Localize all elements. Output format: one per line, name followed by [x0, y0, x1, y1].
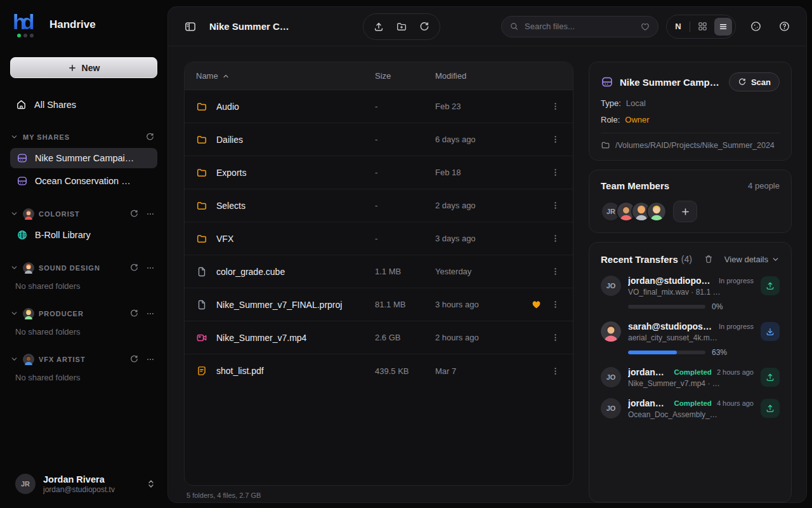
section-header-vfx-artist[interactable]: VFX ARTIST — [0, 351, 167, 368]
transfers-count: (4) — [681, 254, 692, 264]
member-avatar[interactable] — [646, 201, 667, 222]
transfer-item[interactable]: JO jordan@studiopost.tv In progress VO_f… — [601, 276, 780, 311]
section-menu-button[interactable] — [145, 262, 156, 274]
transfer-user: jordan@st… — [628, 367, 667, 377]
section-menu-button[interactable] — [145, 308, 156, 319]
transfer-file: Nike_Summer_v7.mp4 · … — [628, 379, 754, 388]
account-switcher[interactable]: JR Jordan Rivera jordan@studiopost.tv — [0, 464, 167, 508]
upload-transfer-button[interactable] — [761, 399, 780, 418]
row-menu-button[interactable] — [546, 298, 564, 311]
row-menu-button[interactable] — [546, 265, 564, 277]
theme-toggle-button[interactable] — [750, 20, 762, 32]
kebab-icon — [551, 135, 560, 144]
row-menu-button[interactable] — [546, 365, 564, 377]
clear-transfers-button[interactable] — [702, 253, 715, 265]
refresh-icon — [419, 21, 430, 32]
kebab-icon — [551, 267, 560, 276]
file-name: Exports — [216, 168, 375, 178]
table-summary: 5 folders, 4 files, 2.7 GB — [187, 491, 573, 499]
table-row[interactable]: Dailies - 6 days ago — [185, 123, 573, 156]
refresh-section-button[interactable] — [144, 131, 156, 143]
section-header-sound-design[interactable]: SOUND DESIGN — [0, 259, 167, 276]
table-row[interactable]: Nike_Summer_v7_FINAL.prproj 81.1 MB 3 ho… — [185, 288, 573, 321]
refresh-section-button[interactable] — [128, 307, 140, 319]
new-folder-button[interactable] — [391, 17, 412, 36]
transfer-time: 2 hours ago — [712, 368, 754, 376]
table-row[interactable]: Selects - 2 days ago — [185, 189, 573, 222]
row-menu-button[interactable] — [546, 331, 564, 344]
refresh-section-button[interactable] — [128, 208, 140, 220]
refresh-section-button[interactable] — [128, 353, 140, 365]
view-details-button[interactable]: View details — [724, 255, 780, 264]
section-menu-button[interactable] — [145, 208, 156, 220]
progress-percent: 0% — [712, 302, 723, 311]
grid-icon — [697, 21, 708, 32]
sort-hotkey-label[interactable]: N — [670, 22, 686, 31]
table-row[interactable]: color_grade.cube 1.1 MB Yesterday — [185, 255, 573, 288]
upload-icon — [765, 281, 775, 291]
row-menu-button[interactable] — [546, 133, 564, 145]
recent-transfers-card: Recent Transfers (4) View details JO — [589, 242, 792, 502]
row-menu-button[interactable] — [546, 100, 564, 112]
section-menu-button[interactable] — [145, 354, 156, 365]
table-row[interactable]: Nike_Summer_v7.mp4 2.6 GB 2 hours ago — [185, 321, 573, 354]
transfer-avatar: JO — [601, 398, 621, 418]
transfer-item[interactable]: JO jordan@st… Completed 2 hours ago Nike… — [601, 367, 780, 388]
row-menu-button[interactable] — [546, 166, 564, 178]
drive-icon — [601, 76, 613, 88]
new-button[interactable]: New — [10, 57, 157, 78]
column-header-name[interactable]: Name — [196, 71, 375, 81]
transfer-item[interactable]: sarah@studiopost.tv In progress aerial_c… — [601, 321, 780, 357]
sidebar-item-b-roll-library[interactable]: B-Roll Library — [10, 225, 157, 245]
upload-transfer-button[interactable] — [761, 276, 780, 295]
team-members-card: Team Members 4 people JR — [589, 170, 792, 233]
grid-view-button[interactable] — [693, 18, 711, 36]
page-title: Nike Summer C… — [209, 21, 289, 32]
row-menu-button[interactable] — [546, 199, 564, 211]
section-header-my-shares[interactable]: MY SHARES — [0, 128, 167, 145]
refresh-icon — [129, 309, 139, 318]
row-menu-button[interactable] — [546, 232, 564, 244]
search-input[interactable] — [525, 22, 634, 31]
favorite-heart-icon[interactable] — [526, 299, 546, 310]
scan-button[interactable]: Scan — [729, 72, 780, 91]
section-header-producer[interactable]: PRODUCER — [0, 305, 167, 322]
sidebar-toggle-button[interactable] — [184, 20, 197, 33]
chevron-down-icon — [771, 255, 780, 264]
file-name: shot_list.pdf — [216, 366, 375, 376]
list-view-button[interactable] — [714, 18, 732, 36]
table-row[interactable]: Audio - Feb 23 — [185, 90, 573, 123]
file-name: Nike_Summer_v7.mp4 — [216, 333, 375, 343]
table-row[interactable]: shot_list.pdf 439.5 KB Mar 7 — [185, 354, 573, 387]
add-member-button[interactable] — [673, 201, 697, 222]
share-path: /Volumes/RAID/Projects/Nike_Summer_2024 — [615, 141, 775, 150]
sidebar-item-nike-summer-campaign[interactable]: Nike Summer Campai… — [10, 148, 157, 168]
sidebar-item-ocean-conservation[interactable]: Ocean Conservation … — [10, 171, 157, 191]
section-header-colorist[interactable]: COLORIST — [0, 205, 167, 222]
producer-avatar — [23, 308, 34, 319]
file-actions-group — [363, 13, 440, 40]
favorites-filter-heart-icon[interactable] — [640, 22, 650, 32]
column-header-size[interactable]: Size — [375, 71, 435, 81]
user-avatar: JR — [15, 474, 36, 494]
column-header-modified[interactable]: Modified — [435, 71, 526, 81]
upload-transfer-button[interactable] — [761, 368, 780, 387]
refresh-button[interactable] — [414, 17, 435, 36]
refresh-section-button[interactable] — [128, 262, 140, 274]
logo-letters: hd — [13, 10, 41, 33]
kebab-icon — [551, 168, 560, 177]
ellipsis-icon — [146, 264, 155, 272]
download-transfer-button[interactable] — [761, 322, 780, 341]
progress-percent: 63% — [712, 348, 727, 357]
sidebar-item-all-shares[interactable]: All Shares — [10, 95, 157, 114]
file-size: 1.1 MB — [375, 267, 435, 276]
transfers-title: Recent Transfers — [601, 254, 678, 265]
role-label: Role: — [601, 115, 620, 124]
transfer-file: aerial_city_sunset_4k.m… — [628, 333, 754, 342]
transfer-item[interactable]: JO jordan@st… Completed 4 hours ago Ocea… — [601, 398, 780, 419]
table-row[interactable]: Exports - Feb 18 — [185, 156, 573, 189]
table-row[interactable]: VFX - 3 days ago — [185, 222, 573, 255]
upload-button[interactable] — [369, 17, 389, 36]
help-button[interactable] — [778, 20, 790, 32]
file-modified: Feb 23 — [435, 102, 526, 111]
